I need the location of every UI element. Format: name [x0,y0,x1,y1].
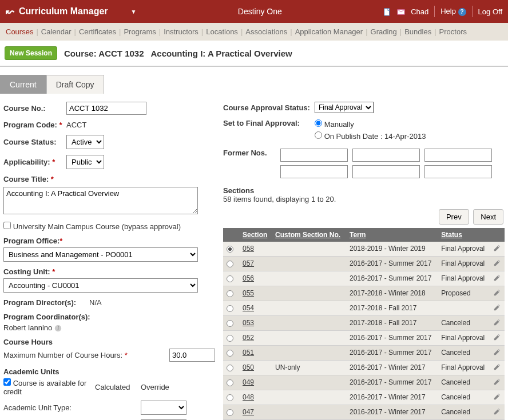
page-icon[interactable] [383,7,391,16]
nav-application-manager[interactable]: Application Manager [295,27,363,36]
edit-icon[interactable] [493,246,501,254]
edit-icon[interactable] [493,350,501,358]
program-coordinator-name: Robert Iannino [3,323,52,332]
nav-calendar[interactable]: Calendar [41,27,72,36]
row-select-radio[interactable] [227,320,233,327]
applicability-select[interactable]: Public [66,155,104,169]
course-title-label: Course Title: * [3,175,54,183]
row-select-radio[interactable] [227,394,233,401]
mail-icon[interactable] [397,7,405,16]
tab-current[interactable]: Current [0,75,46,94]
row-select-radio[interactable] [227,365,233,371]
section-link[interactable]: 048 [243,393,254,401]
info-icon[interactable]: i [54,323,62,332]
former-no-input-1[interactable] [280,149,348,162]
row-select-radio[interactable] [227,409,233,416]
course-status-select[interactable]: Active [66,135,104,149]
costing-unit-select[interactable]: Accounting - CU0001 [3,278,198,293]
section-link[interactable]: 052 [243,334,254,342]
max-hours-label: Maximum Number of Course Hours: * [3,351,169,359]
edit-icon[interactable] [493,394,501,402]
section-link[interactable]: 055 [243,289,254,297]
course-no-input[interactable] [66,102,146,115]
nav-locations[interactable]: Locations [206,27,238,36]
custom-section-cell [272,286,346,301]
status-cell: Canceled [438,315,490,330]
col-select [223,228,239,242]
row-select-radio[interactable] [227,275,233,282]
nav-certificates[interactable]: Certificates [79,27,116,36]
table-row: 0582018-2019 - Winter 2019Final Approval [223,242,505,257]
logoff-link[interactable]: Log Off [478,7,502,16]
edit-icon[interactable] [493,320,501,328]
section-link[interactable]: 050 [243,363,254,371]
section-link[interactable]: 051 [243,349,254,357]
row-select-radio[interactable] [227,305,233,312]
section-link[interactable]: 047 [243,408,254,416]
nav-proctors[interactable]: Proctors [439,27,467,36]
section-link[interactable]: 053 [243,319,254,327]
status-cell: Canceled [438,390,490,405]
help-link[interactable]: Help ? [440,7,466,16]
nav-courses[interactable]: Courses [6,27,33,36]
row-select-radio[interactable] [227,379,233,386]
set-final-manually-radio[interactable] [315,119,322,127]
row-select-radio[interactable] [227,261,233,267]
course-title-input[interactable]: Accounting I: A Practical Overview [3,187,198,214]
credit-available-checkbox[interactable] [3,378,11,386]
program-office-select[interactable]: Business and Management - PO0001 [3,247,198,262]
col-status[interactable]: Status [438,228,490,242]
former-nos-label: Former Nos. [223,149,280,157]
nav-associations[interactable]: Associations [245,27,287,36]
former-no-input-5[interactable] [352,165,420,178]
nav-instructors[interactable]: Instructors [164,27,199,36]
next-button[interactable]: Next [473,209,503,225]
section-link[interactable]: 056 [243,274,254,282]
section-link[interactable]: 058 [243,245,254,253]
max-hours-input[interactable] [169,349,215,362]
nav-divider: | [400,27,402,36]
divider [472,6,473,17]
former-no-input-3[interactable] [424,149,492,162]
tab-draft-copy[interactable]: Draft Copy [46,75,104,94]
section-link[interactable]: 054 [243,304,254,312]
nav-grading[interactable]: Grading [371,27,397,36]
edit-icon[interactable] [493,365,501,373]
user-name[interactable]: Chad [411,7,428,16]
approval-status-select[interactable]: Final Approval [315,102,374,113]
bypass-approval-checkbox[interactable] [3,222,11,229]
nav-divider: | [74,27,76,36]
section-link[interactable]: 057 [243,259,254,267]
new-session-button[interactable]: New Session [5,46,57,60]
edit-icon[interactable] [493,335,501,343]
nav-bundles[interactable]: Bundles [404,27,431,36]
app-menu-chevron-icon[interactable]: ▼ [131,9,137,15]
set-final-publish-radio[interactable] [315,131,322,139]
au-type-select[interactable] [141,401,186,415]
former-no-input-2[interactable] [352,149,420,162]
edit-icon[interactable] [493,379,501,387]
former-no-input-4[interactable] [280,165,348,178]
edit-icon[interactable] [493,290,501,298]
row-select-radio[interactable] [227,335,233,342]
nav-programs[interactable]: Programs [124,27,156,36]
edit-icon[interactable] [493,409,501,417]
section-link[interactable]: 049 [243,378,254,386]
term-cell: 2017-2018 - Fall 2017 [346,301,438,315]
edit-icon[interactable] [493,275,501,283]
row-select-radio[interactable] [227,350,233,357]
edit-icon[interactable] [493,261,501,269]
col-custom[interactable]: Custom Section No. [272,228,346,242]
prev-button[interactable]: Prev [439,209,469,225]
custom-section-cell [272,390,346,405]
row-select-radio[interactable] [227,246,233,253]
col-section[interactable]: Section [239,228,272,242]
col-term[interactable]: Term [346,228,438,242]
term-cell: 2016-2017 - Winter 2017 [346,360,438,375]
override-header: Override [141,383,192,391]
program-code-value: ACCT [66,121,86,129]
former-no-input-6[interactable] [424,165,492,178]
row-select-radio[interactable] [227,290,233,297]
edit-icon[interactable] [493,305,501,313]
nav-divider: | [119,27,121,36]
